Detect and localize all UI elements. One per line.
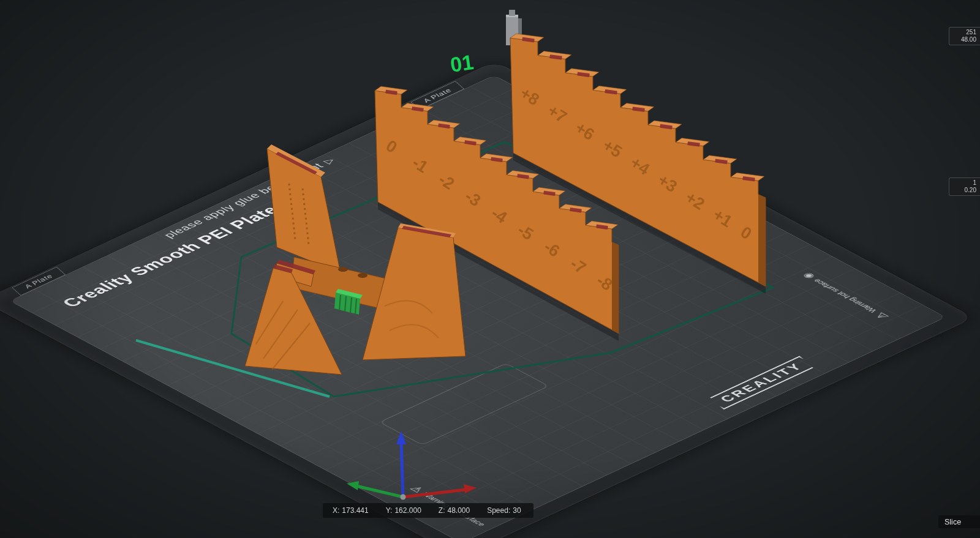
slicer-viewport: A Plate A Plate please apply glue before…	[0, 0, 980, 538]
layer-top-height: 48.00	[953, 36, 976, 43]
tower-side	[758, 195, 766, 286]
fixture-hole	[338, 267, 348, 272]
layer-slider-top-indicator[interactable]: 251 48.00	[949, 27, 980, 45]
status-x: X:173.441	[333, 506, 371, 515]
axis-z-arrowhead	[396, 431, 406, 444]
axis-x-arrowhead	[464, 484, 477, 493]
axis-gizmo	[347, 431, 477, 500]
status-speed-label: Speed:	[487, 506, 510, 515]
fixture-hole	[358, 273, 368, 278]
status-z: Z:48.000	[439, 506, 472, 515]
axis-y-arrow	[356, 486, 403, 497]
status-z-label: Z:	[439, 506, 445, 515]
layer-bottom-height: 0.20	[953, 187, 976, 194]
axis-x-arrow	[403, 490, 466, 497]
tower-side	[612, 242, 619, 334]
status-y: Y:162.000	[386, 506, 424, 515]
scene-overlay: +8 +7 +6 +5 +4 +3 +2 +1 0	[0, 0, 980, 538]
axis-z-arrow	[401, 442, 403, 497]
slice-button[interactable]: Slice	[938, 515, 980, 528]
axis-origin	[401, 495, 406, 500]
status-speed-value: 30	[513, 506, 521, 515]
status-bar: X:173.441 Y:162.000 Z:48.000 Speed:30	[323, 503, 533, 518]
status-speed: Speed:30	[487, 506, 523, 515]
layer-top-number: 251	[953, 29, 976, 36]
plate-number-label: 01	[449, 50, 475, 77]
status-y-label: Y:	[386, 506, 393, 515]
slice-button-label: Slice	[944, 518, 961, 526]
status-y-value: 162.000	[394, 506, 421, 515]
layer-bottom-number: 1	[953, 179, 976, 187]
status-z-value: 48.000	[447, 506, 470, 515]
status-x-label: X:	[333, 506, 339, 515]
status-x-value: 173.441	[342, 506, 368, 515]
layer-slider-bottom-indicator[interactable]: 1 0.20	[949, 177, 980, 196]
axis-y-arrowhead	[347, 481, 359, 490]
